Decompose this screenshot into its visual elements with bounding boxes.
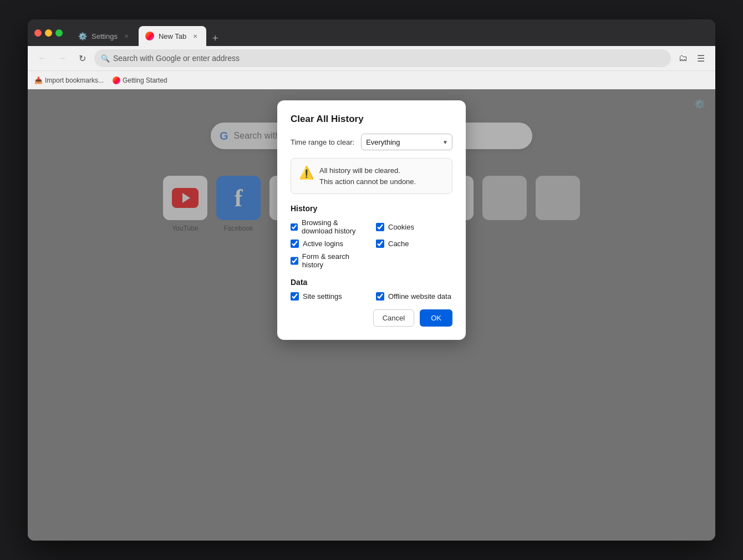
cookies-checkbox[interactable] — [376, 223, 384, 231]
time-range-label: Time range to clear: — [291, 138, 354, 146]
form-search-checkbox[interactable] — [291, 257, 298, 265]
warning-box: ⚠️ All history will be cleared. This act… — [291, 158, 452, 194]
firefox-tab-icon — [145, 32, 154, 40]
bookmark-import[interactable]: 📥 Import bookmarks... — [34, 77, 104, 84]
checkbox-cookies[interactable]: Cookies — [376, 218, 452, 235]
tab-new-tab[interactable]: New Tab ✕ — [139, 26, 206, 46]
bookmark-import-label: Import bookmarks... — [45, 77, 104, 84]
pocket-button[interactable]: 🗂 — [675, 50, 691, 66]
data-section-title: Data — [291, 278, 452, 287]
bookmarks-bar: 📥 Import bookmarks... Getting Started — [28, 70, 715, 89]
dialog-title: Clear All History — [291, 114, 452, 125]
site-settings-checkbox[interactable] — [291, 292, 299, 301]
clear-history-dialog: Clear All History Time range to clear: E… — [277, 100, 466, 340]
time-range-select[interactable]: Everything Last Hour Last Two Hours Last… — [361, 134, 452, 150]
browser-window: ⚙️ Settings ✕ New Tab ✕ + ← → ↻ 🔍 Search… — [28, 19, 715, 541]
bookmark-getting-started[interactable]: Getting Started — [113, 77, 167, 84]
new-tab-label: New Tab — [159, 32, 186, 40]
data-checkboxes: Site settings Offline website data — [291, 292, 452, 301]
nav-bar: ← → ↻ 🔍 Search with Google or enter addr… — [28, 46, 715, 70]
main-content: ⚙️ G Search with Google YouTube f Fa — [28, 89, 715, 541]
settings-tab-label: Settings — [91, 32, 118, 40]
checkbox-form-search[interactable]: Form & search history — [291, 252, 367, 269]
bookmark-getting-started-label: Getting Started — [123, 77, 167, 84]
menu-button[interactable]: ☰ — [693, 50, 709, 66]
minimize-window-button[interactable] — [45, 29, 52, 37]
time-range-row: Time range to clear: Everything Last Hou… — [291, 134, 452, 150]
warning-text: All history will be cleared. This action… — [319, 165, 416, 187]
new-tab-close[interactable]: ✕ — [191, 32, 200, 40]
new-tab-button[interactable]: + — [207, 30, 223, 46]
forward-button[interactable]: → — [54, 50, 70, 66]
search-icon: 🔍 — [101, 54, 110, 63]
title-bar: ⚙️ Settings ✕ New Tab ✕ + — [28, 19, 715, 46]
history-checkboxes: Browsing & download history Cookies Acti… — [291, 218, 452, 269]
warning-triangle-icon: ⚠️ — [299, 166, 314, 180]
ok-button[interactable]: OK — [420, 309, 452, 327]
reload-button[interactable]: ↻ — [74, 50, 90, 66]
checkbox-active-logins[interactable]: Active logins — [291, 240, 367, 248]
settings-tab-close[interactable]: ✕ — [122, 32, 131, 40]
browsing-history-checkbox[interactable] — [291, 223, 298, 231]
checkbox-cache[interactable]: Cache — [376, 240, 452, 248]
time-range-select-wrapper: Everything Last Hour Last Two Hours Last… — [361, 134, 452, 150]
tab-settings[interactable]: ⚙️ Settings ✕ — [72, 26, 138, 46]
checkbox-site-settings[interactable]: Site settings — [291, 292, 367, 301]
back-button[interactable]: ← — [34, 50, 50, 66]
bookmark-import-icon: 📥 — [34, 77, 43, 84]
settings-tab-icon: ⚙️ — [78, 32, 87, 40]
active-logins-checkbox[interactable] — [291, 240, 299, 248]
address-bar[interactable]: 🔍 Search with Google or enter address — [94, 49, 671, 67]
maximize-window-button[interactable] — [55, 29, 63, 37]
cache-checkbox[interactable] — [376, 240, 384, 248]
tab-bar: ⚙️ Settings ✕ New Tab ✕ + — [72, 19, 709, 46]
dialog-buttons: Cancel OK — [291, 309, 452, 327]
nav-actions: 🗂 ☰ — [675, 50, 709, 66]
traffic-lights — [34, 29, 63, 37]
history-section-title: History — [291, 204, 452, 213]
modal-overlay: Clear All History Time range to clear: E… — [28, 89, 715, 541]
cancel-button[interactable]: Cancel — [373, 309, 414, 327]
checkbox-browsing-history[interactable]: Browsing & download history — [291, 218, 367, 235]
offline-data-checkbox[interactable] — [376, 292, 384, 301]
close-window-button[interactable] — [34, 29, 42, 37]
getting-started-icon — [113, 77, 120, 84]
checkbox-offline-data[interactable]: Offline website data — [376, 292, 452, 301]
address-bar-text: Search with Google or enter address — [113, 54, 240, 63]
